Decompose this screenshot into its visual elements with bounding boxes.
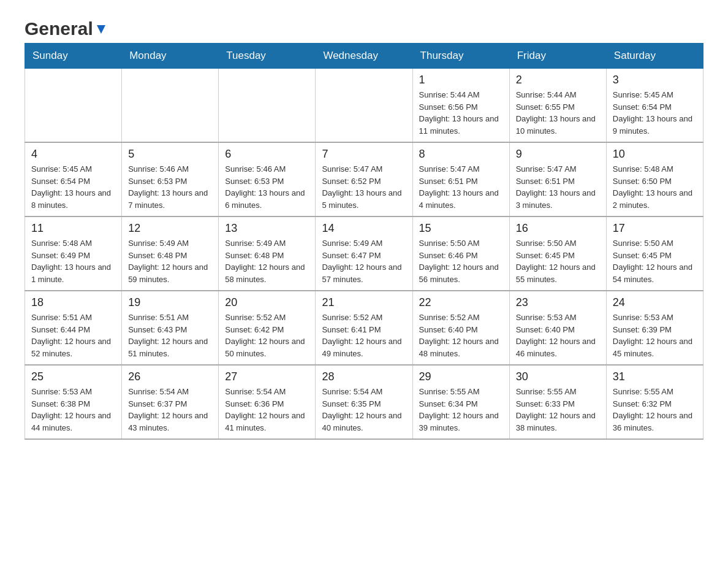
calendar-cell: 30Sunrise: 5:55 AMSunset: 6:33 PMDayligh… <box>509 365 606 439</box>
calendar-cell: 31Sunrise: 5:55 AMSunset: 6:32 PMDayligh… <box>606 365 703 439</box>
svg-marker-0 <box>97 25 105 34</box>
calendar-week-2: 4Sunrise: 5:45 AMSunset: 6:54 PMDaylight… <box>25 142 703 216</box>
day-number: 24 <box>613 296 697 309</box>
calendar-cell: 16Sunrise: 5:50 AMSunset: 6:45 PMDayligh… <box>509 216 606 291</box>
calendar-header-sunday: Sunday <box>25 44 122 69</box>
header: General <box>25 18 703 37</box>
day-info: Sunrise: 5:55 AMSunset: 6:32 PMDaylight:… <box>613 386 697 434</box>
day-info: Sunrise: 5:54 AMSunset: 6:35 PMDaylight:… <box>322 386 406 434</box>
logo: General <box>25 18 108 37</box>
calendar-header-saturday: Saturday <box>606 44 703 69</box>
day-number: 20 <box>225 296 309 309</box>
day-info: Sunrise: 5:52 AMSunset: 6:41 PMDaylight:… <box>322 312 406 359</box>
calendar-header-monday: Monday <box>122 44 219 69</box>
day-number: 26 <box>128 370 212 383</box>
calendar-header-wednesday: Wednesday <box>316 44 412 69</box>
day-number: 10 <box>613 148 697 161</box>
calendar-table: SundayMondayTuesdayWednesdayThursdayFrid… <box>25 43 703 440</box>
calendar-cell <box>25 69 122 143</box>
day-number: 29 <box>419 370 503 383</box>
calendar-cell: 8Sunrise: 5:47 AMSunset: 6:51 PMDaylight… <box>412 142 509 216</box>
logo-general-text: General <box>25 18 93 39</box>
day-number: 18 <box>31 296 115 309</box>
calendar-cell: 3Sunrise: 5:45 AMSunset: 6:54 PMDaylight… <box>606 69 703 143</box>
day-number: 12 <box>128 222 212 235</box>
day-info: Sunrise: 5:49 AMSunset: 6:48 PMDaylight:… <box>128 237 212 285</box>
day-number: 21 <box>322 296 406 309</box>
day-info: Sunrise: 5:50 AMSunset: 6:46 PMDaylight:… <box>419 237 503 285</box>
day-number: 5 <box>128 148 212 161</box>
calendar-cell: 18Sunrise: 5:51 AMSunset: 6:44 PMDayligh… <box>25 291 122 365</box>
calendar-week-4: 18Sunrise: 5:51 AMSunset: 6:44 PMDayligh… <box>25 291 703 365</box>
calendar-cell: 5Sunrise: 5:46 AMSunset: 6:53 PMDaylight… <box>122 142 219 216</box>
day-number: 9 <box>516 148 600 161</box>
calendar-header-friday: Friday <box>509 44 606 69</box>
calendar-cell: 26Sunrise: 5:54 AMSunset: 6:37 PMDayligh… <box>122 365 219 439</box>
calendar-cell: 12Sunrise: 5:49 AMSunset: 6:48 PMDayligh… <box>122 216 219 291</box>
calendar-cell: 28Sunrise: 5:54 AMSunset: 6:35 PMDayligh… <box>316 365 412 439</box>
day-info: Sunrise: 5:55 AMSunset: 6:34 PMDaylight:… <box>419 386 503 434</box>
day-info: Sunrise: 5:49 AMSunset: 6:48 PMDaylight:… <box>225 237 309 285</box>
day-number: 4 <box>31 148 115 161</box>
day-number: 22 <box>419 296 503 309</box>
day-number: 16 <box>516 222 600 235</box>
day-info: Sunrise: 5:51 AMSunset: 6:43 PMDaylight:… <box>128 312 212 359</box>
calendar-cell <box>122 69 219 143</box>
day-info: Sunrise: 5:46 AMSunset: 6:53 PMDaylight:… <box>128 163 212 211</box>
calendar-cell: 25Sunrise: 5:53 AMSunset: 6:38 PMDayligh… <box>25 365 122 439</box>
calendar-cell: 23Sunrise: 5:53 AMSunset: 6:40 PMDayligh… <box>509 291 606 365</box>
calendar-cell: 10Sunrise: 5:48 AMSunset: 6:50 PMDayligh… <box>606 142 703 216</box>
day-info: Sunrise: 5:47 AMSunset: 6:51 PMDaylight:… <box>516 163 600 211</box>
calendar-header-thursday: Thursday <box>412 44 509 69</box>
day-number: 30 <box>516 370 600 383</box>
calendar-cell: 19Sunrise: 5:51 AMSunset: 6:43 PMDayligh… <box>122 291 219 365</box>
calendar-week-3: 11Sunrise: 5:48 AMSunset: 6:49 PMDayligh… <box>25 216 703 291</box>
calendar-cell: 15Sunrise: 5:50 AMSunset: 6:46 PMDayligh… <box>412 216 509 291</box>
calendar-cell: 21Sunrise: 5:52 AMSunset: 6:41 PMDayligh… <box>316 291 412 365</box>
day-number: 8 <box>419 148 503 161</box>
day-number: 25 <box>31 370 115 383</box>
calendar-week-1: 1Sunrise: 5:44 AMSunset: 6:56 PMDaylight… <box>25 69 703 143</box>
day-info: Sunrise: 5:48 AMSunset: 6:50 PMDaylight:… <box>613 163 697 211</box>
calendar-cell <box>219 69 316 143</box>
day-info: Sunrise: 5:53 AMSunset: 6:38 PMDaylight:… <box>31 386 115 434</box>
day-info: Sunrise: 5:45 AMSunset: 6:54 PMDaylight:… <box>31 163 115 211</box>
day-info: Sunrise: 5:51 AMSunset: 6:44 PMDaylight:… <box>31 312 115 359</box>
calendar-cell: 17Sunrise: 5:50 AMSunset: 6:45 PMDayligh… <box>606 216 703 291</box>
calendar-cell: 29Sunrise: 5:55 AMSunset: 6:34 PMDayligh… <box>412 365 509 439</box>
calendar-cell: 7Sunrise: 5:47 AMSunset: 6:52 PMDaylight… <box>316 142 412 216</box>
day-number: 27 <box>225 370 309 383</box>
calendar-cell <box>316 69 412 143</box>
calendar-cell: 27Sunrise: 5:54 AMSunset: 6:36 PMDayligh… <box>219 365 316 439</box>
day-info: Sunrise: 5:52 AMSunset: 6:42 PMDaylight:… <box>225 312 309 359</box>
day-number: 7 <box>322 148 406 161</box>
day-number: 31 <box>613 370 697 383</box>
calendar-header-tuesday: Tuesday <box>219 44 316 69</box>
calendar-cell: 14Sunrise: 5:49 AMSunset: 6:47 PMDayligh… <box>316 216 412 291</box>
day-info: Sunrise: 5:54 AMSunset: 6:36 PMDaylight:… <box>225 386 309 434</box>
calendar-cell: 4Sunrise: 5:45 AMSunset: 6:54 PMDaylight… <box>25 142 122 216</box>
day-info: Sunrise: 5:50 AMSunset: 6:45 PMDaylight:… <box>516 237 600 285</box>
calendar-cell: 20Sunrise: 5:52 AMSunset: 6:42 PMDayligh… <box>219 291 316 365</box>
day-number: 2 <box>516 74 600 86</box>
day-number: 15 <box>419 222 503 235</box>
calendar-cell: 9Sunrise: 5:47 AMSunset: 6:51 PMDaylight… <box>509 142 606 216</box>
day-number: 3 <box>613 74 697 86</box>
day-info: Sunrise: 5:52 AMSunset: 6:40 PMDaylight:… <box>419 312 503 359</box>
day-info: Sunrise: 5:50 AMSunset: 6:45 PMDaylight:… <box>613 237 697 285</box>
calendar-cell: 22Sunrise: 5:52 AMSunset: 6:40 PMDayligh… <box>412 291 509 365</box>
day-number: 23 <box>516 296 600 309</box>
day-info: Sunrise: 5:44 AMSunset: 6:56 PMDaylight:… <box>419 89 503 137</box>
day-number: 1 <box>419 74 503 86</box>
calendar-cell: 24Sunrise: 5:53 AMSunset: 6:39 PMDayligh… <box>606 291 703 365</box>
day-info: Sunrise: 5:53 AMSunset: 6:40 PMDaylight:… <box>516 312 600 359</box>
calendar-header-row: SundayMondayTuesdayWednesdayThursdayFrid… <box>25 44 703 69</box>
day-number: 19 <box>128 296 212 309</box>
calendar-cell: 11Sunrise: 5:48 AMSunset: 6:49 PMDayligh… <box>25 216 122 291</box>
day-number: 11 <box>31 222 115 235</box>
day-info: Sunrise: 5:54 AMSunset: 6:37 PMDaylight:… <box>128 386 212 434</box>
day-number: 17 <box>613 222 697 235</box>
calendar-cell: 1Sunrise: 5:44 AMSunset: 6:56 PMDaylight… <box>412 69 509 143</box>
day-info: Sunrise: 5:47 AMSunset: 6:51 PMDaylight:… <box>419 163 503 211</box>
calendar-week-5: 25Sunrise: 5:53 AMSunset: 6:38 PMDayligh… <box>25 365 703 439</box>
